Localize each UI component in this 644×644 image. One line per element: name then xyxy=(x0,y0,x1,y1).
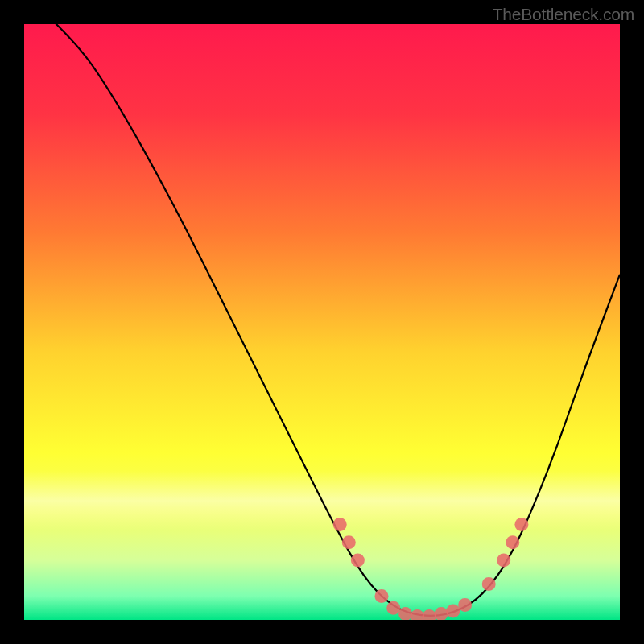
data-marker xyxy=(458,598,472,612)
chart-area xyxy=(24,24,620,620)
data-marker xyxy=(497,554,510,568)
data-marker xyxy=(386,601,400,615)
data-marker xyxy=(506,535,519,549)
data-marker xyxy=(514,518,528,531)
data-marker xyxy=(375,589,389,603)
data-marker xyxy=(351,554,365,568)
data-marker xyxy=(446,604,460,617)
chart-svg xyxy=(24,24,620,620)
data-marker xyxy=(342,535,356,549)
watermark: TheBottleneck.com xyxy=(493,5,634,24)
data-marker xyxy=(333,518,347,531)
data-marker xyxy=(482,577,496,591)
